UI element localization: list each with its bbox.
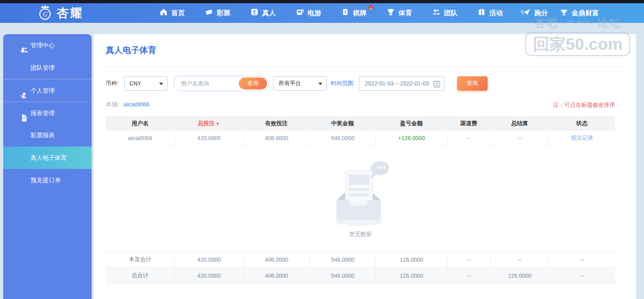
nav-item-promotions[interactable]: 活动 [468,3,513,23]
cell-channel-fee: -- [447,131,490,145]
svg-text:G: G [43,11,47,18]
main-menu: 首页 彩票 真人 电游 棋牌 体育 [150,3,604,23]
top-navbar: G 杏耀 首页 彩票 真人 电游 棋牌 [0,3,644,23]
date-range-picker[interactable] [359,76,444,91]
cell-profit-loss: +126.0000 [375,131,447,145]
date-range-label: 时间范围: [331,80,355,87]
nav-item-sports[interactable]: 体育 [377,3,422,23]
column-header-total-bets[interactable]: 总投注▼ [174,116,243,131]
page-total-row: 本页合计 420.0000 406.0000 546.0000 126.0000… [106,252,615,268]
current-level-row: 本级: aicai0066 [106,101,150,108]
brand-name: 杏耀 [57,5,83,22]
empty-state: 暂无数据 [106,146,615,252]
grand-total-row: 总合计 420.0000 406.0000 546.0000 126.0000 … [106,268,615,284]
report-table: 用户名 总投注▼ 有效投注 中奖金额 盈亏金额 渠道费 总结算 状态 aicai… [106,116,615,284]
table-header-row: 用户名 总投注▼ 有效投注 中奖金额 盈亏金额 渠道费 总结算 状态 [106,116,615,131]
column-header-status[interactable]: 状态 [549,116,615,131]
sort-note: 注：可点击标题修改排序 [553,102,615,109]
page-title: 真人电子体育 [106,45,156,56]
column-header-channel-fee[interactable]: 渠道费 [447,116,490,131]
nav-item-live[interactable]: 真人 [240,3,286,23]
home-icon [160,8,168,18]
nav-item-lottery[interactable]: 彩票 [195,3,240,23]
expanded-indicator [21,96,25,97]
team-icon [432,8,440,18]
currency-label: 币种: [106,80,119,87]
level-username-link[interactable]: aicai0066 [123,101,149,108]
sort-desc-icon: ▼ [215,121,220,126]
flame-icon [367,4,374,13]
column-header-profit-loss[interactable]: 盈亏金额 [375,116,447,131]
filter-bar: 币种: CNY 查询 所有平台 时间范围: 查询 [106,76,488,91]
nav-item-egames[interactable]: 电游 [286,3,331,23]
cell-valid-bets: 406.0000 [243,131,310,145]
platform-select[interactable]: 所有平台 [273,76,327,91]
empty-inbox-illustration [328,159,393,230]
sidebar-item-live-esports-report[interactable]: 真人电子体育 [3,146,92,169]
column-header-settlement[interactable]: 总结算 [490,116,549,131]
sidebar-item-lottery-report[interactable]: 彩票报表 [3,124,92,146]
expanded-indicator [21,50,25,51]
slot-machine-icon [296,8,304,18]
title-divider [101,66,629,67]
crown-emblem-icon: G [36,3,54,23]
sidebar-item-management-center[interactable]: 管理中心 [3,34,92,57]
column-header-winnings[interactable]: 中奖金额 [310,116,376,131]
level-label: 本级: [106,101,119,108]
golden-cauldron-icon [560,8,568,18]
currency-select[interactable]: CNY [124,76,168,91]
username-search-input[interactable] [181,80,233,87]
browser-top-strip [0,0,644,3]
sidebar-item-prepaid-orders[interactable]: 预充提订单 [3,169,92,191]
nav-item-home[interactable]: 首页 [150,3,195,23]
empty-text: 暂无数据 [349,231,372,238]
query-button[interactable]: 查询 [457,76,488,91]
nav-item-wealth[interactable]: 金鼎财富 [555,3,604,23]
chevron-down-icon [318,83,322,85]
brand-logo[interactable]: G 杏耀 [36,4,83,23]
main-content: 真人电子体育 币种: CNY 查询 所有平台 时间范围: 查询 本级: aica… [94,34,636,299]
table-row: aicai0066 420.0000 406.0000 546.0000 +12… [106,131,615,146]
mahjong-tile-icon [341,8,349,18]
cell-winnings: 546.0000 [310,131,376,145]
racing-icon [520,8,531,18]
bet-records-link[interactable]: 投注记录 [549,131,615,145]
calendar-icon [433,80,441,89]
nav-item-paofen[interactable]: 跑分 [513,3,555,23]
lottery-ticket-icon [205,8,213,18]
trophy-icon [387,8,395,18]
gift-icon [478,8,486,18]
username-search-button[interactable]: 查询 [239,77,267,89]
grand-total-label: 总合计 [106,268,174,283]
column-header-username[interactable]: 用户名 [106,116,174,131]
column-header-valid-bets[interactable]: 有效投注 [243,116,310,131]
sidebar-item-personal-management[interactable]: 个人管理 [3,79,92,102]
cell-username: aicai0066 [106,131,174,145]
chevron-down-icon [159,83,163,85]
cell-settlement: -- [490,131,549,145]
page-total-label: 本页合计 [106,252,174,267]
sidebar-item-report-management[interactable]: 报表管理 [3,102,92,124]
sidebar: 管理中心 团队管理 个人管理 报表管理 彩票报表 真人电子体育 预充提订单 [3,34,92,299]
nav-item-boardgames[interactable]: 棋牌 [331,3,377,23]
live-person-icon [250,8,258,18]
username-search-box: 查询 [173,76,269,91]
date-range-input[interactable] [365,80,429,87]
sidebar-item-team-management[interactable]: 团队管理 [3,57,92,79]
cell-total-bets: 420.0000 [174,131,243,145]
nav-item-team[interactable]: 团队 [422,3,468,23]
